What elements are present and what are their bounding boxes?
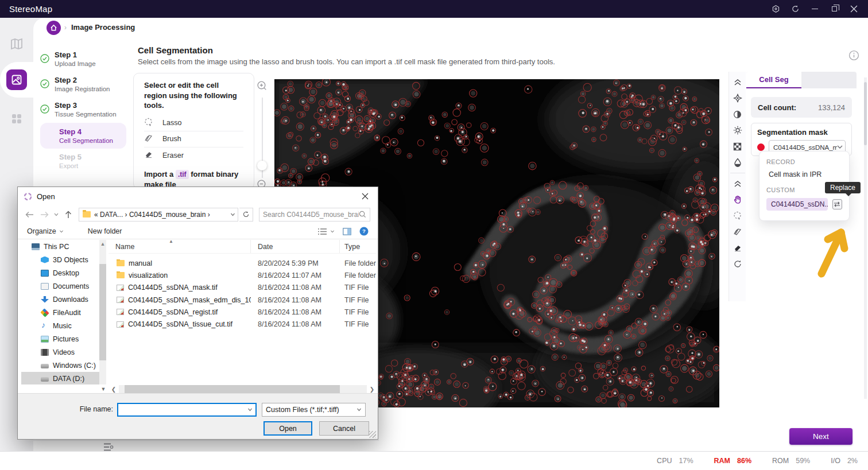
tree-item-this-pc[interactable]: This PC — [21, 240, 99, 253]
restore-icon[interactable] — [824, 0, 844, 18]
tab-cell-seg[interactable]: Cell Seg — [746, 72, 801, 88]
tree-item-desktop[interactable]: Desktop — [21, 266, 99, 279]
file-name-input[interactable] — [118, 404, 244, 415]
file-row-ssdna-tissue-cut[interactable]: C04144D5_ssDNA_tissue_cut.tif 8/16/2024 … — [108, 318, 376, 330]
window-titlebar[interactable]: StereoMap — [0, 0, 868, 18]
open-button[interactable]: Open — [264, 421, 312, 436]
eraser-icon[interactable] — [730, 240, 745, 256]
pan-hand-icon[interactable] — [730, 192, 745, 208]
column-type[interactable]: Type — [340, 240, 360, 253]
refresh-icon[interactable] — [239, 208, 253, 222]
tree-item-pictures[interactable]: Pictures — [21, 332, 99, 345]
image-processing-rail-icon[interactable] — [6, 69, 27, 90]
scrollbar-thumb[interactable] — [99, 264, 106, 360]
address-bar[interactable]: « DATA... › C04144D5_mouse_brain › — [79, 208, 238, 222]
tree-item-downloads[interactable]: Downloads — [21, 293, 99, 306]
resize-grip[interactable] — [369, 431, 376, 438]
up-directory-icon[interactable] — [61, 208, 75, 222]
back-icon[interactable] — [22, 208, 36, 222]
saturation-droplet-icon[interactable] — [730, 154, 745, 170]
tree-item-music[interactable]: Music — [21, 319, 99, 332]
refresh-icon[interactable] — [785, 0, 805, 18]
window-controls — [766, 0, 868, 18]
search-input[interactable] — [263, 211, 359, 219]
brightness-icon[interactable] — [730, 122, 745, 138]
file-row-ssdna-mask-edm[interactable]: C04144D5_ssDNA_mask_edm_dis_10.tif 8/16/… — [108, 294, 376, 306]
file-name-combo[interactable] — [117, 403, 257, 417]
brush-tool[interactable]: Brush — [144, 131, 243, 147]
zoom-in-icon[interactable] — [257, 80, 268, 93]
search-box[interactable] — [259, 208, 370, 222]
chevron-down-icon[interactable] — [330, 230, 335, 233]
tree-item-videos[interactable]: Videos — [21, 345, 99, 359]
next-button[interactable]: Next — [789, 428, 852, 445]
file-row-manual[interactable]: manual 8/20/2024 5:39 PM File folder — [108, 257, 376, 269]
chevron-down-icon[interactable] — [244, 408, 255, 411]
open-file-dialog: Open « DATA... › C04144D5_mouse_brain › … — [17, 187, 378, 440]
new-folder-button[interactable]: New folder — [88, 227, 122, 235]
collapse-chevrons-icon[interactable] — [730, 176, 745, 192]
scroll-down-icon[interactable]: ▼ — [99, 385, 107, 393]
replace-mask-button[interactable] — [832, 199, 842, 209]
organize-menu[interactable]: Organize — [27, 227, 64, 235]
checkerboard-icon[interactable] — [730, 138, 745, 154]
info-icon[interactable] — [848, 50, 859, 63]
zoom-slider-handle[interactable] — [257, 161, 267, 170]
tree-item-documents[interactable]: Documents — [21, 279, 99, 293]
dropdown-item-custom-mask[interactable]: C04144D5_ssDN... — [766, 198, 828, 211]
file-row-visualization[interactable]: visualization 8/16/2024 11:07 AM File fo… — [108, 269, 376, 281]
viewer-side-toolbar — [728, 72, 746, 301]
help-icon[interactable]: ? — [359, 227, 369, 236]
scroll-up-icon[interactable]: ▲ — [99, 240, 106, 248]
tree-item-data-d[interactable]: DATA (D:) — [21, 372, 99, 384]
task-log-icon[interactable] — [103, 442, 114, 452]
file-type-select[interactable]: Custom Files (*.tif;*.tiff) — [262, 403, 366, 417]
breadcrumb[interactable]: Image Processing — [71, 23, 135, 32]
tree-item-3d-objects[interactable]: 3D Objects — [21, 253, 99, 266]
dialog-close-icon[interactable] — [352, 187, 378, 205]
eraser-tool[interactable]: Eraser — [144, 147, 243, 164]
preview-pane-icon[interactable] — [343, 228, 351, 235]
music-note-icon — [41, 323, 49, 329]
tree-item-fileaudit[interactable]: FileAudit — [21, 306, 99, 319]
file-row-ssdna-mask[interactable]: C04144D5_ssDNA_mask.tif 8/16/2024 11:08 … — [108, 282, 376, 294]
lasso-tool[interactable]: Lasso — [144, 115, 243, 131]
scrollbar-thumb[interactable] — [125, 385, 340, 393]
enhance-icon[interactable] — [730, 90, 745, 106]
map-tool-icon[interactable] — [8, 36, 25, 53]
dropdown-item-cell-mask-in-ipr[interactable]: Cell mask in IPR — [769, 170, 842, 178]
address-path[interactable]: « DATA... › C04144D5_mouse_brain › — [94, 211, 227, 219]
cancel-button[interactable]: Cancel — [319, 421, 369, 436]
scroll-right-icon[interactable]: ❯ — [368, 385, 376, 393]
apps-grid-icon[interactable] — [8, 110, 25, 127]
brush-icon[interactable] — [730, 224, 745, 240]
view-mode-icon[interactable] — [317, 228, 335, 235]
dialog-titlebar[interactable]: Open — [18, 187, 378, 205]
address-dropdown-chevron-icon[interactable] — [230, 213, 235, 216]
minimize-icon[interactable] — [805, 0, 824, 18]
file-row-ssdna-regist[interactable]: C04144D5_ssDNA_regist.tif 8/16/2024 11:0… — [108, 306, 376, 318]
reset-rotate-icon[interactable] — [730, 256, 745, 272]
forward-icon[interactable] — [37, 208, 51, 222]
panel-scrollbar[interactable] — [864, 77, 867, 399]
recent-locations-chevron-icon[interactable] — [52, 208, 60, 222]
settings-icon[interactable] — [766, 0, 785, 18]
scrollbar-thumb[interactable] — [864, 82, 867, 145]
step-2-image-registration[interactable]: Step 2Image Registration — [40, 76, 126, 92]
step-1-upload-image[interactable]: Step 1Upload Image — [40, 51, 126, 67]
scroll-left-icon[interactable]: ❮ — [110, 385, 118, 393]
computer-icon — [32, 243, 40, 250]
column-name[interactable]: ▲Name — [108, 240, 251, 253]
mask-color-dot[interactable] — [757, 143, 765, 151]
lasso-select-icon[interactable] — [730, 208, 745, 224]
collapse-chevrons-icon[interactable] — [730, 74, 745, 90]
tree-scrollbar[interactable]: ▲ — [99, 240, 106, 384]
tree-item-windows-c[interactable]: Windows (C:) — [21, 359, 99, 372]
horizontal-scrollbar[interactable] — [119, 385, 367, 393]
home-button[interactable] — [46, 21, 61, 35]
column-date[interactable]: Date — [251, 240, 340, 253]
step-4-cell-segmentation[interactable]: Step 4Cell Segmentation — [40, 123, 126, 149]
step-3-tissue-segmentation[interactable]: Step 3Tissue Segmentation — [40, 101, 126, 118]
contrast-icon[interactable] — [730, 106, 745, 122]
close-icon[interactable] — [844, 0, 863, 18]
